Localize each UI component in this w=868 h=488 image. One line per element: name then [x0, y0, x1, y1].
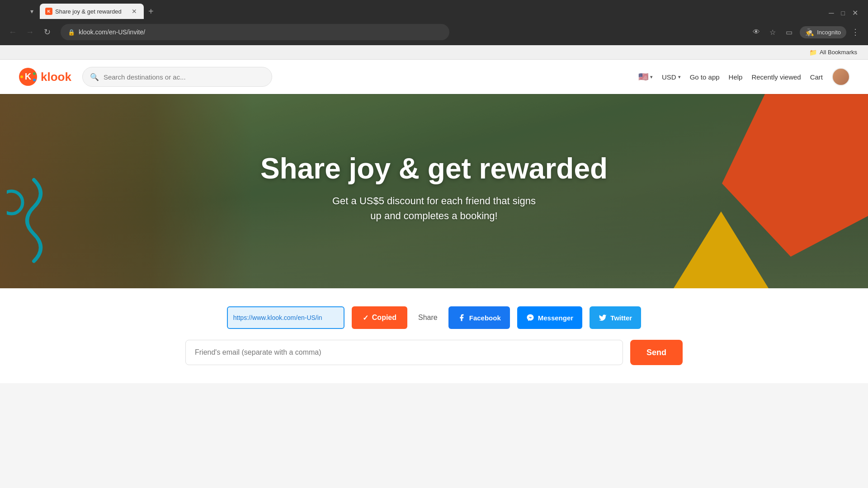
maximize-btn[interactable]: □	[839, 9, 848, 17]
website: K klook 🔍 🇺🇸 ▾ USD ▾ Go to app Help	[0, 60, 868, 383]
currency-chevron-icon: ▾	[678, 74, 681, 80]
cart-link[interactable]: Cart	[810, 73, 823, 81]
share-section: ✓ Copied Share Facebook Messenger	[0, 288, 868, 383]
currency-selector[interactable]: USD ▾	[662, 73, 681, 81]
refresh-button[interactable]: ↻	[40, 25, 54, 39]
messenger-label: Messenger	[538, 314, 573, 322]
twitter-share-button[interactable]: Twitter	[590, 306, 641, 329]
referral-link-input[interactable]	[227, 306, 344, 329]
search-icon: 🔍	[90, 73, 99, 81]
hero-content: Share joy & get rewarded Get a US$5 disc…	[260, 152, 608, 223]
twitter-icon	[599, 314, 607, 322]
site-header: K klook 🔍 🇺🇸 ▾ USD ▾ Go to app Help	[0, 60, 868, 94]
incognito-label: Incognito	[817, 29, 841, 36]
bookmarks-label[interactable]: All Bookmarks	[820, 49, 857, 56]
share-label: Share	[418, 314, 438, 322]
check-icon: ✓	[363, 314, 368, 322]
bookmarks-bar: 📁 All Bookmarks	[0, 45, 868, 60]
twitter-label: Twitter	[610, 314, 632, 322]
chevron-down-icon: ▾	[650, 74, 653, 80]
facebook-share-button[interactable]: Facebook	[448, 306, 510, 329]
go-to-app-link[interactable]: Go to app	[690, 73, 720, 81]
messenger-icon	[526, 314, 534, 322]
flag-icon: 🇺🇸	[638, 72, 648, 82]
back-button[interactable]: ←	[5, 25, 20, 39]
hero-title: Share joy & get rewarded	[260, 152, 608, 185]
profile-icon-btn[interactable]: 👁	[749, 25, 764, 39]
header-nav: 🇺🇸 ▾ USD ▾ Go to app Help Recently viewe…	[638, 68, 850, 86]
hero-section: Share joy & get rewarded Get a US$5 disc…	[0, 94, 868, 288]
search-input[interactable]	[104, 73, 264, 81]
bookmark-star-btn[interactable]: ☆	[765, 25, 780, 39]
hero-subtitle-line1: Get a US$5 discount for each friend that…	[260, 193, 608, 208]
browser-nav-bar: ← → ↻ 🔒 klook.com/en-US/invite/ 👁 ☆ ▭ 🕵 …	[0, 19, 868, 45]
minimize-btn[interactable]: ─	[826, 9, 836, 17]
facebook-label: Facebook	[469, 314, 501, 322]
active-tab[interactable]: K Share joy & get rewarded ✕	[40, 4, 144, 19]
address-text[interactable]: klook.com/en-US/invite/	[79, 28, 145, 36]
forward-button[interactable]: →	[23, 25, 37, 39]
recently-viewed-link[interactable]: Recently viewed	[751, 73, 801, 81]
svg-point-3	[33, 72, 36, 75]
browser-chrome: ▾ K Share joy & get rewarded ✕ + ─ □ ✕ ←…	[0, 0, 868, 45]
copied-label: Copied	[372, 314, 396, 322]
email-row: Send	[185, 340, 683, 365]
new-tab-button[interactable]: +	[144, 4, 158, 19]
page-dropdown[interactable]: ▾	[25, 4, 38, 19]
currency-label: USD	[662, 73, 676, 81]
messenger-share-button[interactable]: Messenger	[517, 306, 582, 329]
email-input[interactable]	[185, 340, 623, 365]
lock-icon: 🔒	[68, 29, 75, 36]
bookmarks-folder-icon: 📁 All Bookmarks	[806, 48, 861, 57]
hero-subtitle-line2: up and completes a booking!	[260, 208, 608, 223]
svg-point-2	[20, 75, 23, 78]
address-bar[interactable]: 🔒 klook.com/en-US/invite/	[61, 24, 449, 40]
help-link[interactable]: Help	[729, 73, 743, 81]
browser-tabs-bar: ▾ K Share joy & get rewarded ✕ + ─ □ ✕	[0, 0, 868, 19]
copied-button[interactable]: ✓ Copied	[352, 306, 407, 329]
split-view-btn[interactable]: ▭	[782, 25, 796, 39]
user-avatar[interactable]	[832, 68, 850, 86]
search-bar[interactable]: 🔍	[82, 67, 272, 87]
klook-logo-text: klook	[41, 70, 71, 84]
klook-logo-icon: K	[18, 67, 38, 87]
send-label: Send	[646, 348, 666, 357]
language-selector[interactable]: 🇺🇸 ▾	[638, 72, 653, 82]
share-row: ✓ Copied Share Facebook Messenger	[227, 306, 641, 329]
incognito-badge: 🕵 Incognito	[800, 26, 846, 38]
klook-logo[interactable]: K klook	[18, 67, 71, 87]
tab-title: Share joy & get rewarded	[55, 8, 127, 15]
svg-point-4	[33, 79, 36, 81]
tab-close-icon[interactable]: ✕	[130, 7, 138, 15]
tab-favicon: K	[45, 8, 52, 15]
browser-action-buttons: 👁 ☆ ▭ 🕵 Incognito ⋮	[749, 25, 863, 39]
window-controls: ─ □ ✕	[826, 9, 868, 19]
svg-text:K: K	[25, 71, 32, 81]
extensions-menu-btn[interactable]: ⋮	[848, 25, 863, 39]
send-button[interactable]: Send	[630, 340, 683, 365]
facebook-icon	[458, 314, 466, 322]
close-btn[interactable]: ✕	[849, 9, 861, 17]
